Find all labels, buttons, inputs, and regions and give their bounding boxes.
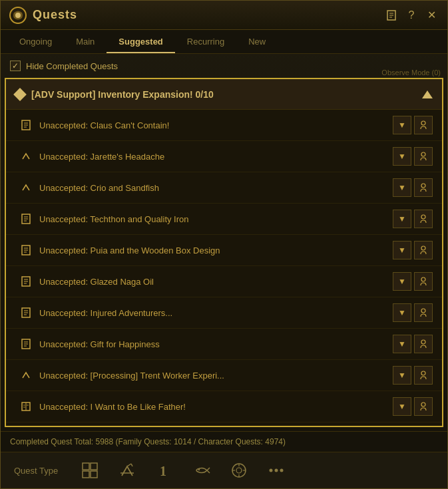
window-icon [9, 6, 27, 25]
list-item: Unaccepted: Claus Can't Contain! ▼ [6, 110, 442, 141]
list-item: Unaccepted: Techthon and Quality Iron ▼ [6, 204, 442, 235]
navigate-button[interactable] [414, 241, 433, 259]
quest-name: Unaccepted: Puia and the Wooden Box Desi… [39, 245, 387, 255]
quest-name: Unaccepted: Gift for Happiness [39, 339, 387, 349]
action-buttons: ▼ [393, 116, 433, 134]
title-bar: Quests ? ✕ [1, 1, 447, 30]
checkbox-row: Hide Completed Quests [1, 54, 447, 78]
tab-recurring[interactable]: Recurring [175, 30, 236, 53]
svg-point-27 [421, 277, 425, 281]
navigate-button[interactable] [414, 178, 433, 197]
navigate-button[interactable] [414, 303, 433, 322]
quest-icon-bulletin-board [19, 212, 33, 226]
quest-name: Unaccepted: Claus Can't Contain! [39, 120, 387, 130]
quest-type-label: Quest Type [14, 466, 58, 476]
level-icon[interactable]: 1 [152, 458, 176, 482]
svg-point-61 [280, 469, 284, 472]
svg-point-60 [275, 469, 278, 472]
dropdown-button[interactable]: ▼ [393, 178, 411, 197]
navigate-button[interactable] [414, 335, 433, 353]
window-title: Quests [33, 8, 383, 22]
list-item: Unaccepted: Injured Adventurers... ▼ [6, 297, 442, 329]
svg-point-59 [270, 469, 273, 472]
svg-point-1 [15, 13, 21, 18]
document-button[interactable] [383, 7, 399, 23]
fish-icon[interactable] [190, 458, 214, 482]
navigate-button[interactable] [414, 272, 433, 291]
quest-icon-bulletin-board [19, 306, 33, 319]
quest-name: Unaccepted: I Want to Be Like Father! [39, 402, 387, 412]
diamond-icon [13, 88, 27, 101]
tabs-bar: Ongoing Main Suggested Recurring New Obs… [1, 30, 447, 54]
list-item: Unaccepted: I Want to Be Like Father! ▼ [6, 391, 442, 422]
list-item: Unaccepted: Crio and Sandfish ▼ [6, 172, 442, 204]
list-item: Unaccepted: Jarette's Headache ▼ [6, 141, 442, 172]
collapse-button[interactable] [422, 90, 433, 98]
action-buttons: ▼ [393, 397, 433, 416]
svg-point-44 [421, 403, 425, 407]
svg-rect-47 [83, 471, 89, 478]
svg-line-49 [127, 464, 131, 466]
status-bar: Completed Quest Total: 5988 (Family Ques… [1, 431, 447, 452]
action-buttons: ▼ [393, 210, 433, 228]
svg-point-37 [421, 340, 425, 344]
grid-icon[interactable] [78, 458, 102, 482]
tab-main[interactable]: Main [64, 30, 107, 53]
dropdown-button[interactable]: ▼ [393, 335, 411, 353]
quest-icon-arrow [19, 369, 33, 382]
tab-suggested[interactable]: Suggested [107, 30, 174, 53]
dropdown-button[interactable]: ▼ [393, 366, 411, 385]
quest-list-container: [ADV Support] Inventory Expansion! 0/10 … [5, 78, 443, 427]
svg-rect-48 [91, 471, 97, 478]
dropdown-button[interactable]: ▼ [393, 210, 411, 228]
hide-completed-checkbox[interactable] [10, 61, 21, 71]
action-buttons: ▼ [393, 366, 433, 385]
dropdown-button[interactable]: ▼ [393, 147, 411, 166]
dropdown-button[interactable]: ▼ [393, 241, 411, 259]
quest-icon-arrow [19, 150, 33, 163]
more-icon[interactable] [264, 458, 288, 482]
close-button[interactable]: ✕ [423, 7, 439, 23]
observe-mode-label: Observe Mode (0) [381, 69, 441, 77]
quest-items-list: Unaccepted: Claus Can't Contain! ▼ [6, 110, 442, 426]
navigate-button[interactable] [414, 147, 433, 166]
quest-icon-arrow [19, 181, 33, 194]
checkbox-label: Hide Completed Quests [26, 61, 118, 71]
crafting-icon[interactable] [115, 458, 139, 482]
quests-window: Quests ? ✕ Ongoing Main Suggested Recurr… [0, 0, 448, 489]
quest-icon-bulletin-board [19, 275, 33, 288]
svg-text:1: 1 [160, 464, 166, 478]
circle-icon[interactable] [227, 458, 251, 482]
svg-point-32 [421, 309, 425, 313]
svg-point-54 [236, 468, 242, 473]
list-item: Unaccepted: Puia and the Wooden Box Desi… [6, 235, 442, 266]
list-item: Unaccepted: [Processing] Trent Worker Ex… [6, 360, 442, 391]
svg-rect-46 [91, 463, 97, 470]
dropdown-button[interactable]: ▼ [393, 116, 411, 134]
action-buttons: ▼ [393, 303, 433, 322]
quest-group-header[interactable]: [ADV Support] Inventory Expansion! 0/10 [6, 79, 442, 110]
action-buttons: ▼ [393, 178, 433, 197]
dropdown-button[interactable]: ▼ [393, 272, 411, 291]
svg-point-12 [421, 184, 425, 188]
navigate-button[interactable] [414, 116, 433, 134]
dropdown-button[interactable]: ▼ [393, 303, 411, 322]
quest-name: Unaccepted: Crio and Sandfish [39, 183, 387, 193]
tab-ongoing[interactable]: Ongoing [7, 30, 64, 53]
tab-new[interactable]: New [236, 30, 278, 53]
help-button[interactable]: ? [403, 7, 419, 23]
quest-name: Unaccepted: Techthon and Quality Iron [39, 214, 387, 224]
quest-icon-bulletin-board [19, 337, 33, 351]
quest-icon-bulletin-board [19, 118, 33, 132]
svg-rect-45 [83, 463, 89, 470]
dropdown-button[interactable]: ▼ [393, 397, 411, 416]
navigate-button[interactable] [414, 210, 433, 228]
group-title: [ADV Support] Inventory Expansion! 0/10 [31, 89, 422, 100]
quest-name: Unaccepted: [Processing] Trent Worker Ex… [39, 371, 387, 381]
svg-point-22 [421, 246, 425, 250]
navigate-button[interactable] [414, 397, 433, 416]
svg-line-50 [131, 464, 132, 466]
list-item: Unaccepted: Glazed Naga Oil ▼ [6, 266, 442, 297]
navigate-button[interactable] [414, 366, 433, 385]
action-buttons: ▼ [393, 335, 433, 353]
